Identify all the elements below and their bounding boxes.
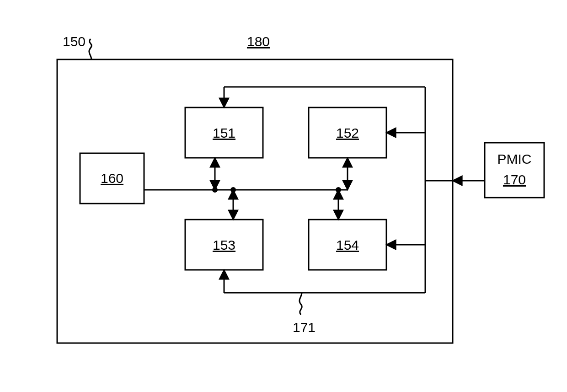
label-151: 151 [213, 125, 235, 140]
label-171: 171 [293, 320, 316, 335]
diagram-canvas: 180 150 160 151 152 153 154 PMIC 170 [0, 0, 567, 392]
label-pmic-id: 170 [503, 172, 526, 187]
label-160: 160 [101, 171, 123, 186]
label-pmic-title: PMIC [497, 151, 532, 166]
label-154: 154 [336, 237, 359, 252]
label-153: 153 [213, 237, 235, 252]
label-outer-title: 180 [247, 34, 270, 49]
label-152: 152 [336, 125, 359, 140]
leader-150 [89, 39, 91, 59]
label-150: 150 [63, 34, 86, 49]
